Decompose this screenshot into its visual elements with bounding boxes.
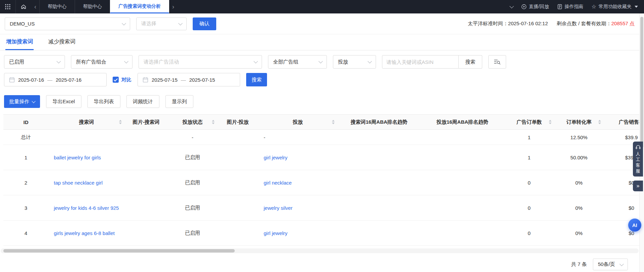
menu-collapse-chevron-icon[interactable] (510, 6, 513, 8)
cell-img_target (217, 221, 258, 246)
link-target[interactable]: girl jewelry (264, 230, 288, 236)
cell-target: girl jewelry (258, 145, 337, 170)
column-header-sales[interactable]: 广告销售额 (604, 115, 639, 130)
tab-scroll-right-icon[interactable]: › (169, 0, 177, 13)
app-launcher-button[interactable] (0, 0, 15, 13)
cell-img_term (124, 145, 168, 170)
home-icon (21, 4, 27, 10)
sort-carets[interactable] (212, 120, 215, 124)
link-term[interactable]: jewelry for kids 4-6 silver 925 (54, 205, 119, 211)
target-type-select[interactable]: 投放 (333, 55, 376, 69)
live-replay-menu-item[interactable]: 直播/回放 (521, 4, 549, 10)
column-title: 投放状态 (183, 119, 203, 125)
cell-term: tap shoe necklace girl (48, 170, 124, 195)
bulk-query-button[interactable] (488, 55, 506, 69)
cell-img_term (124, 130, 168, 145)
keyword-input[interactable] (382, 55, 459, 69)
link-term[interactable]: girls jewelry ages 6-8 ballet (54, 230, 115, 236)
filter-panel: 已启用 所有广告组合 请选择广告活动 全部广告组 投放 搜索 2025-07-1… (0, 50, 639, 86)
cell-status: 已启用 (168, 145, 217, 170)
link-term[interactable]: tap shoe necklace girl (54, 180, 103, 186)
sort-carets[interactable] (549, 120, 552, 124)
column-header-term[interactable]: 搜索词 (48, 115, 124, 130)
compare-checkbox[interactable] (113, 77, 119, 83)
customer-service-widget[interactable]: 人工客服 (633, 142, 643, 177)
column-title: 图片-投放 (227, 119, 249, 125)
action-bar: 批量操作 导出Excel 导出列表 词频统计 显示列 (0, 86, 639, 108)
column-header-img_term: 图片-搜索词 (124, 115, 168, 130)
link-term[interactable]: ballet jewelry for girls (54, 155, 101, 160)
export-excel-button[interactable]: 导出Excel (46, 95, 81, 108)
ai-assistant-button[interactable]: AI (628, 219, 641, 232)
cell-trend_target (421, 145, 504, 170)
topbar-tab-0[interactable]: 帮助中心 (39, 0, 75, 13)
campaign-select[interactable]: 请选择广告活动 (139, 55, 262, 69)
topbar-tab-2[interactable]: 广告搜索词变动分析 (110, 0, 169, 13)
sort-carets[interactable] (119, 120, 122, 124)
page-size-select[interactable]: 50条/页 (593, 259, 628, 270)
column-header-img_target: 图片-投放 (217, 115, 258, 130)
tab-scroll-left-icon[interactable]: ‹ (31, 0, 39, 13)
target-type-select-value: 投放 (338, 59, 348, 65)
topbar-tab-1[interactable]: 帮助中心 (75, 0, 110, 13)
apps-grid-icon (5, 4, 11, 10)
home-button[interactable] (15, 0, 31, 13)
cell-id: 2 (3, 170, 48, 195)
portfolio-select[interactable]: 所有广告组合 (71, 55, 132, 69)
state-select-value: 已启用 (9, 59, 24, 65)
horizontal-scrollbar (1, 248, 639, 253)
keyword-search-button[interactable]: 搜索 (459, 55, 482, 69)
cell-orders: 0 (504, 195, 554, 221)
secondary-select[interactable]: 请选择 (136, 17, 187, 30)
state-select[interactable]: 已启用 (4, 55, 65, 69)
cell-cvr: 50.00% (554, 145, 604, 170)
cell-term (48, 130, 124, 145)
link-target[interactable]: jewelry silver (264, 205, 293, 211)
column-title: 投放16周ABA排名趋势 (437, 119, 488, 125)
cell-trend_term (337, 195, 421, 221)
confirm-button[interactable]: 确认 (193, 17, 216, 30)
column-header-orders[interactable]: 广告订单数 (504, 115, 554, 130)
column-title: 搜索词16周ABA排名趋势 (350, 119, 407, 125)
compare-date-range-picker[interactable]: 2025-07-15 — 2025-07-15 (138, 73, 240, 86)
total-count-label: 共 7 条 (571, 261, 587, 268)
search-button[interactable]: 搜索 (246, 73, 267, 86)
compare-date-start: 2025-07-15 (152, 77, 178, 83)
link-target[interactable]: girl jewelry (264, 155, 288, 160)
date-range-picker[interactable]: 2025-07-16 — 2025-07-16 (4, 73, 107, 86)
calendar-icon (9, 77, 15, 83)
tab-remove-search-terms[interactable]: 减少搜索词 (48, 34, 76, 50)
column-header-target[interactable]: 投放 (258, 115, 337, 130)
toolbar-info: 太平洋标准时间：2025-07-16 02:12 剩余点数 / 套餐有效期：20… (468, 21, 635, 27)
guide-menu-item[interactable]: 操作指南 (557, 4, 583, 10)
adgroup-select[interactable]: 全部广告组 (268, 55, 327, 69)
favorites-menu-item[interactable]: ☆ 常用功能收藏夹 (592, 4, 638, 10)
link-target[interactable]: girl necklace (264, 180, 292, 186)
play-circle-icon (521, 4, 527, 9)
cell-status: 已启用 (168, 195, 217, 221)
cell-orders: 0 (504, 170, 554, 195)
sort-carets[interactable] (332, 120, 335, 124)
headset-icon (636, 145, 641, 150)
column-header-status[interactable]: 投放状态 (168, 115, 217, 130)
horizontal-scrollbar-thumb[interactable] (3, 249, 235, 252)
vertical-scrollbar-thumb[interactable] (640, 17, 643, 148)
word-frequency-button[interactable]: 词频统计 (126, 95, 159, 108)
cell-id: 1 (3, 145, 48, 170)
store-select[interactable]: DEMO_US (5, 17, 130, 30)
column-header-trend_term: 搜索词16周ABA排名趋势 (337, 115, 421, 130)
bulk-actions-button[interactable]: 批量操作 (4, 95, 40, 108)
tab-add-search-terms[interactable]: 增加搜索词 (5, 34, 34, 50)
cell-orders: 0 (504, 221, 554, 246)
export-list-button[interactable]: 导出列表 (87, 95, 120, 108)
compare-toggle: 对比 (113, 77, 131, 83)
column-header-cvr[interactable]: 订单转化率 (554, 115, 604, 130)
compare-label: 对比 (121, 77, 131, 83)
show-columns-button[interactable]: 显示列 (165, 95, 193, 108)
sort-carets[interactable] (598, 120, 601, 124)
cell-target: jewelry silver (258, 195, 337, 221)
keyword-search-group: 搜索 (382, 55, 482, 69)
collapse-sidebar-button[interactable]: » (633, 181, 643, 191)
points-info: 剩余点数 / 套餐有效期：208557 点 (557, 21, 635, 27)
cell-cvr: 0% (554, 221, 604, 246)
